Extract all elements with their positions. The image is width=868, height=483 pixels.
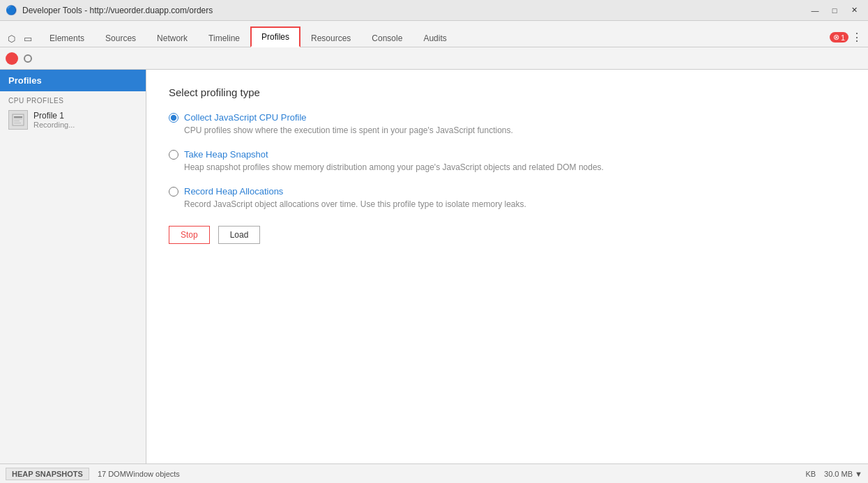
- option-heap-snapshot-desc: Heap snapshot profiles show memory distr…: [184, 162, 846, 172]
- tab-resources[interactable]: Resources: [300, 29, 361, 47]
- svg-rect-1: [14, 116, 22, 118]
- profile-info: Profile 1 Recording...: [33, 111, 75, 129]
- bottom-mem-label: 30.0 MB ▼: [824, 470, 862, 478]
- error-count: 1: [841, 33, 845, 42]
- tab-profiles[interactable]: Profiles: [250, 26, 300, 47]
- close-button[interactable]: ✕: [846, 3, 862, 17]
- tab-network[interactable]: Network: [146, 29, 198, 47]
- error-badge: ⊗ 1: [830, 32, 848, 43]
- bottom-dom-count: 17 DOMWindow objects: [98, 470, 180, 478]
- chrome-icon: 🔵: [6, 5, 17, 15]
- secondary-toolbar: [0, 47, 868, 70]
- record-button[interactable]: [6, 52, 18, 65]
- option-heap-alloc-row: Record Heap Allocations: [169, 186, 846, 197]
- load-button[interactable]: Load: [218, 226, 261, 244]
- svg-rect-4: [14, 123, 21, 123]
- radio-cpu[interactable]: [169, 113, 178, 123]
- profile-name: Profile 1: [33, 111, 75, 121]
- option-heap-alloc-desc: Record JavaScript object allocations ove…: [184, 199, 846, 209]
- radio-heap-alloc[interactable]: [169, 187, 178, 197]
- minimize-button[interactable]: —: [807, 3, 823, 17]
- stop-recording-icon[interactable]: [24, 54, 32, 63]
- device-icon[interactable]: ▭: [22, 33, 33, 44]
- option-heap-snapshot-row: Take Heap Snapshot: [169, 149, 846, 160]
- bottom-kb-label: KB: [805, 470, 816, 478]
- error-icon: ⊗: [833, 33, 839, 42]
- sidebar-header: Profiles: [0, 70, 146, 91]
- option-heap-alloc-label[interactable]: Record Heap Allocations: [184, 186, 283, 197]
- profile-status: Recording...: [33, 121, 75, 129]
- more-options-icon[interactable]: ⋮: [851, 31, 862, 44]
- profile-item[interactable]: Profile 1 Recording...: [0, 107, 146, 132]
- radio-heap-snapshot[interactable]: [169, 150, 178, 160]
- sidebar: Profiles CPU PROFILES Profile 1 Recordin…: [0, 70, 146, 463]
- tab-right-area: ⊗ 1 ⋮: [830, 31, 862, 47]
- window-title: Developer Tools - http://vueorder.duapp.…: [22, 6, 213, 15]
- option-heap-alloc: Record Heap Allocations Record JavaScrip…: [169, 186, 846, 209]
- bottom-bar: HEAP SNAPSHOTS 17 DOMWindow objects KB 3…: [0, 463, 868, 483]
- maximize-button[interactable]: □: [826, 3, 843, 17]
- sidebar-section-title: CPU PROFILES: [0, 91, 146, 107]
- panel-title: Select profiling type: [169, 86, 846, 98]
- option-heap-snapshot: Take Heap Snapshot Heap snapshot profile…: [169, 149, 846, 172]
- inspect-icon[interactable]: ⬡: [6, 33, 17, 44]
- tab-sources[interactable]: Sources: [95, 29, 146, 47]
- action-buttons: Stop Load: [169, 226, 846, 244]
- tab-icons: ⬡ ▭: [6, 33, 33, 47]
- option-cpu-label[interactable]: Collect JavaScript CPU Profile: [184, 112, 307, 123]
- profile-icon: [8, 110, 28, 130]
- title-bar-left: 🔵 Developer Tools - http://vueorder.duap…: [6, 5, 213, 15]
- bottom-section-label: HEAP SNAPSHOTS: [6, 468, 89, 480]
- tab-elements[interactable]: Elements: [39, 29, 95, 47]
- tab-timeline[interactable]: Timeline: [198, 29, 250, 47]
- title-bar: 🔵 Developer Tools - http://vueorder.duap…: [0, 0, 868, 21]
- bottom-right-info: KB 30.0 MB ▼: [805, 470, 862, 478]
- option-cpu: Collect JavaScript CPU Profile CPU profi…: [169, 112, 846, 135]
- main-content: Profiles CPU PROFILES Profile 1 Recordin…: [0, 70, 868, 463]
- profiling-options: Collect JavaScript CPU Profile CPU profi…: [169, 112, 846, 209]
- svg-rect-3: [14, 121, 20, 121]
- tab-console[interactable]: Console: [361, 29, 413, 47]
- stop-button[interactable]: Stop: [169, 226, 210, 244]
- right-panel: Select profiling type Collect JavaScript…: [146, 70, 868, 463]
- option-cpu-row: Collect JavaScript CPU Profile: [169, 112, 846, 123]
- tab-audits[interactable]: Audits: [413, 29, 457, 47]
- window-controls: — □ ✕: [807, 3, 862, 17]
- option-heap-snapshot-label[interactable]: Take Heap Snapshot: [184, 149, 268, 160]
- svg-rect-2: [14, 118, 22, 119]
- devtools-tabbar: ⬡ ▭ Elements Sources Network Timeline Pr…: [0, 21, 868, 47]
- svg-rect-0: [13, 114, 24, 125]
- option-cpu-desc: CPU profiles show where the execution ti…: [184, 125, 846, 135]
